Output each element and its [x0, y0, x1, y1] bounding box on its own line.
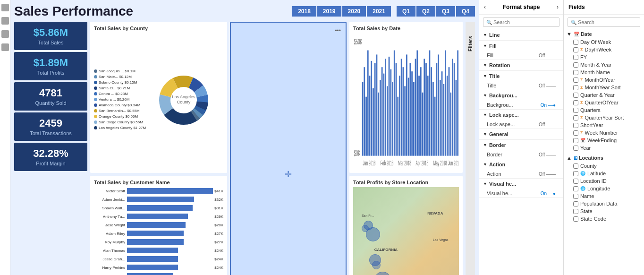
- action-toggle[interactable]: Off ——: [539, 172, 556, 177]
- customer-row: Adam Riley$27K: [94, 230, 223, 237]
- field-checkbox-month-of-year[interactable]: [573, 77, 578, 83]
- quarter-btn-q4[interactable]: Q4: [456, 6, 475, 17]
- field-quarter-of-year: ΣQuarterOfYear: [564, 99, 644, 106]
- format-section-visual-header-header[interactable]: ▼ Visual he...: [479, 179, 563, 189]
- drag-handle-icon: ✛: [285, 169, 292, 180]
- year-btn-2020[interactable]: 2020: [342, 6, 366, 17]
- chevron-down-icon: ▼: [483, 112, 487, 117]
- format-section-rotation-header[interactable]: ▼ Rotation: [479, 60, 563, 70]
- svg-rect-57: [434, 97, 436, 156]
- svg-rect-16: [362, 82, 364, 155]
- svg-text:Jan 2018: Jan 2018: [363, 159, 376, 166]
- year-btn-2019[interactable]: 2019: [317, 6, 341, 17]
- chevron-down-icon: ▼: [567, 31, 572, 37]
- fields-search-input[interactable]: [578, 19, 637, 25]
- field-monthyear-sort: ΣMonthYear Sort: [564, 84, 644, 91]
- format-panel-forward[interactable]: ›: [557, 4, 559, 10]
- format-search-input[interactable]: [493, 19, 556, 25]
- chart-options-icon[interactable]: •••: [335, 27, 341, 34]
- format-section-background-header[interactable]: ▼ Backgrou...: [479, 90, 563, 101]
- kpi-total-transactions-label: Total Transactions: [20, 130, 82, 136]
- field-checkbox-latitude[interactable]: [573, 171, 578, 176]
- main-content: Sales Performance 2018 2019 2020 2021 Q1…: [10, 0, 479, 275]
- year-btn-2021[interactable]: 2021: [367, 6, 391, 17]
- svg-rect-24: [376, 54, 378, 155]
- border-toggle[interactable]: Off ——: [539, 152, 556, 157]
- format-section-action-header[interactable]: ▼ Action: [479, 159, 563, 170]
- chevron-left-icon: ‹: [484, 4, 486, 10]
- legend-item: San Bernardin... $0.55M: [94, 109, 155, 113]
- legend-item: San Joaquin ... $0.1M: [94, 69, 155, 73]
- title-toggle[interactable]: Off ——: [539, 83, 556, 88]
- field-checkbox-fy[interactable]: [573, 55, 578, 60]
- field-checkbox-name[interactable]: [573, 194, 578, 199]
- format-panel-back[interactable]: ‹: [484, 4, 486, 10]
- svg-rect-26: [380, 80, 381, 156]
- svg-rect-69: [456, 80, 457, 156]
- year-btn-2018[interactable]: 2018: [292, 6, 316, 17]
- field-checkbox-day-in-week[interactable]: [573, 47, 578, 52]
- field-month-name: Month Name: [564, 69, 644, 76]
- format-section-general-header[interactable]: ▼ General: [479, 129, 563, 139]
- map-chart-title: Total Profits by Store Location: [353, 180, 459, 185]
- format-section-border-header[interactable]: ▼ Border: [479, 140, 563, 150]
- quarter-btn-q1[interactable]: Q1: [397, 6, 415, 17]
- format-section-title: ▼ Title Title Off ——: [479, 71, 563, 90]
- filters-panel[interactable]: Filters: [466, 22, 475, 275]
- svg-rect-25: [378, 93, 379, 156]
- format-section-lock: ▼ Lock aspe... Lock aspe... Off ——: [479, 110, 563, 129]
- field-checkbox-location-id[interactable]: [573, 179, 578, 184]
- quarter-btn-q3[interactable]: Q3: [436, 6, 455, 17]
- field-checkbox-monthyear-sort[interactable]: [573, 85, 578, 90]
- field-checkbox-quarteryear-sort[interactable]: [573, 115, 578, 120]
- svg-rect-60: [440, 80, 441, 156]
- fields-section-date[interactable]: ▼ 📅 Date: [564, 30, 644, 38]
- sidebar-icon-2[interactable]: [1, 17, 9, 25]
- format-section-line-header[interactable]: ▼ Line: [479, 30, 563, 40]
- format-section-title-header[interactable]: ▼ Title: [479, 71, 563, 81]
- kpi-total-sales-value: $5.86M: [20, 26, 82, 39]
- field-day-in-week: ΣDayInWeek: [564, 46, 644, 53]
- format-search-box[interactable]: 🔍: [483, 17, 559, 27]
- visual-header-toggle[interactable]: On —●: [541, 191, 556, 196]
- lock-toggle[interactable]: Off ——: [539, 122, 556, 127]
- sidebar-icon-3[interactable]: [1, 30, 9, 38]
- field-checkbox-week-number[interactable]: [573, 130, 578, 136]
- field-location-id: Location ID: [564, 177, 644, 185]
- field-checkbox-quarters[interactable]: [573, 108, 578, 113]
- format-section-fill-header[interactable]: ▼ Fill: [479, 41, 563, 51]
- svg-rect-62: [443, 84, 444, 156]
- field-checkbox-state-code[interactable]: [573, 216, 578, 222]
- background-toggle[interactable]: On —●: [541, 103, 556, 108]
- field-checkbox-quarter-year[interactable]: [573, 93, 578, 98]
- svg-text:Mar 2018: Mar 2018: [398, 159, 411, 166]
- field-checkbox-week-ending[interactable]: [573, 138, 578, 143]
- sidebar-icon-4[interactable]: [1, 43, 9, 51]
- field-fy: FY: [564, 53, 644, 61]
- field-checkbox-short-year[interactable]: [573, 123, 578, 128]
- fields-section-locations[interactable]: ▲ ⊞ Locations: [564, 154, 644, 162]
- field-checkbox-month-year[interactable]: [573, 62, 578, 68]
- quarter-btn-q2[interactable]: Q2: [416, 6, 435, 17]
- format-section-rotation: ▼ Rotation: [479, 60, 563, 71]
- sidebar-icon-1[interactable]: [1, 4, 9, 11]
- middle-chart-placeholder[interactable]: ✛ •••: [230, 22, 347, 275]
- kpi-total-sales: $5.86M Total Sales: [14, 22, 87, 50]
- format-row-title: Title Off ——: [479, 81, 563, 90]
- format-section-lock-header[interactable]: ▼ Lock aspe...: [479, 110, 563, 120]
- fill-toggle[interactable]: Off ——: [539, 53, 556, 58]
- field-checkbox-population-data[interactable]: [573, 201, 578, 206]
- field-checkbox-month-name[interactable]: [573, 70, 578, 75]
- field-checkbox-quarter-of-year[interactable]: [573, 100, 578, 105]
- field-checkbox-county[interactable]: [573, 163, 578, 169]
- kpi-quantity-sold-value: 4781: [20, 87, 82, 99]
- fields-search-box[interactable]: 🔍: [568, 17, 640, 27]
- field-checkbox-day-of-week[interactable]: [573, 40, 578, 45]
- chevron-down-icon: ▼: [483, 143, 487, 147]
- field-checkbox-year[interactable]: [573, 146, 578, 151]
- svg-rect-38: [401, 59, 402, 155]
- field-checkbox-state[interactable]: [573, 209, 578, 214]
- field-checkbox-longitude[interactable]: [573, 186, 578, 191]
- chevron-down-icon: ▼: [483, 162, 487, 167]
- svg-rect-63: [445, 51, 446, 156]
